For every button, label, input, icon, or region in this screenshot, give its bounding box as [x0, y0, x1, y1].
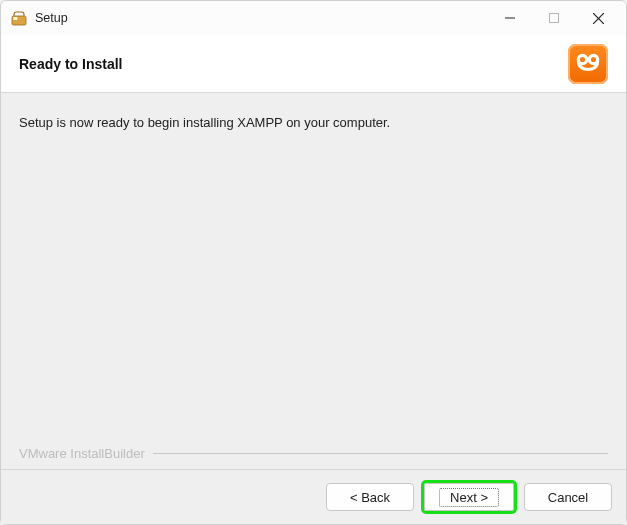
maximize-button [532, 3, 576, 33]
close-icon [593, 13, 604, 24]
cancel-button-label: Cancel [548, 490, 588, 505]
svg-rect-1 [13, 17, 17, 20]
watermark-divider [153, 453, 608, 454]
window-controls [488, 3, 620, 33]
maximize-icon [549, 13, 559, 23]
next-button[interactable]: Next > [424, 483, 514, 511]
back-button[interactable]: < Back [326, 483, 414, 511]
minimize-button[interactable] [488, 3, 532, 33]
cancel-button[interactable]: Cancel [524, 483, 612, 511]
xampp-logo-icon [568, 44, 608, 84]
footer: < Back Next > Cancel [1, 470, 626, 524]
minimize-icon [505, 13, 515, 23]
watermark-text: VMware InstallBuilder [19, 446, 145, 461]
close-button[interactable] [576, 3, 620, 33]
setup-icon [11, 10, 27, 26]
watermark-row: VMware InstallBuilder [19, 446, 608, 469]
svg-rect-3 [550, 14, 559, 23]
ready-message: Setup is now ready to begin installing X… [19, 115, 608, 130]
header: Ready to Install [1, 35, 626, 93]
setup-window: Setup Ready to Install Setup is now read… [0, 0, 627, 525]
titlebar: Setup [1, 1, 626, 35]
window-title: Setup [35, 11, 68, 25]
next-button-label: Next > [439, 488, 499, 507]
back-button-label: < Back [350, 490, 390, 505]
page-title: Ready to Install [19, 56, 122, 72]
content-area: Setup is now ready to begin installing X… [1, 93, 626, 470]
